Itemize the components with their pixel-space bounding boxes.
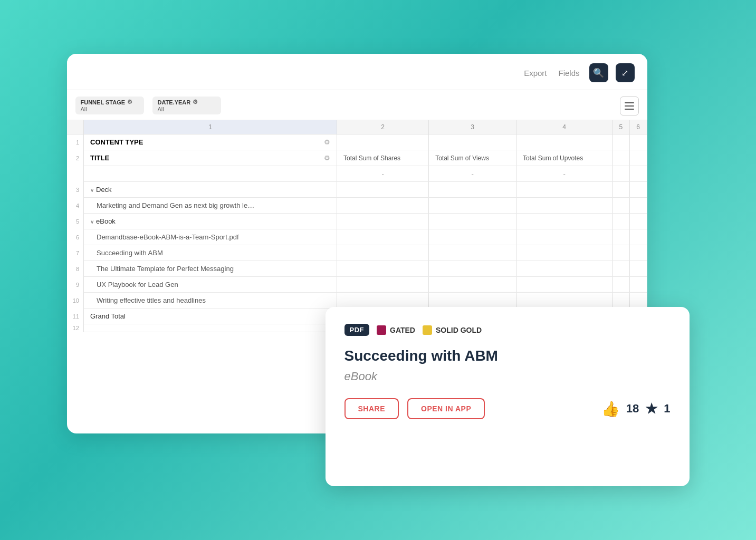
row2-col5 (613, 150, 630, 166)
table-row: 2 TITLE ⚙ Total Sum of Shares Total Sum … (67, 150, 647, 166)
row2-col6 (629, 150, 647, 166)
views-count: 18 (626, 402, 639, 416)
search-icon: 🔍 (593, 68, 604, 79)
popup-subtitle: eBook (344, 370, 671, 383)
open-in-app-button[interactable]: OPEN IN APP (407, 398, 485, 419)
row-5-label: eBook (96, 217, 116, 225)
gated-dot (377, 325, 386, 335)
row1-col2 (337, 134, 429, 150)
menu-button[interactable] (620, 97, 639, 115)
chevron-icon: ∨ (90, 187, 94, 193)
popup-actions: SHARE OPEN IN APP 👍 18 ★ 1 (344, 398, 671, 419)
funnel-stage-filter[interactable]: FUNNEL STAGE ⚙ All (75, 97, 144, 114)
stars-count: 1 (664, 402, 670, 416)
menu-line-1 (625, 102, 634, 103)
date-year-gear-icon: ⚙ (193, 99, 198, 105)
export-button[interactable]: Export (522, 69, 549, 78)
filters-row: FUNNEL STAGE ⚙ All DATE.YEAR ⚙ All (67, 90, 647, 120)
row1-col6 (629, 134, 647, 150)
table-row: 10 Writing effective titles and headline… (67, 293, 647, 308)
row1-col3 (429, 134, 516, 150)
row-num-2: 2 (67, 150, 84, 166)
title-gear-icon: ⚙ (324, 154, 330, 162)
table-row: 1 CONTENT TYPE ⚙ (67, 134, 647, 150)
search-button[interactable]: 🔍 (589, 63, 608, 82)
date-year-label: DATE.YEAR (158, 99, 191, 105)
table-row: 3 ∨Deck (67, 182, 647, 198)
menu-line-2 (625, 105, 634, 107)
table-row: 5 ∨eBook (67, 214, 647, 229)
funnel-stage-label: FUNNEL STAGE (81, 99, 126, 105)
thumbs-up-icon: 👍 (601, 400, 620, 418)
table-row: - - - (67, 166, 647, 182)
star-icon: ★ (645, 401, 657, 417)
solid-gold-tag: SOLID GOLD (423, 325, 482, 335)
content-type-gear-icon: ⚙ (324, 138, 330, 146)
popup-tags: PDF GATED SOLID GOLD (344, 324, 671, 336)
data-table: 1 2 3 4 5 6 1 CONTENT TYPE (67, 120, 647, 332)
col-2-header: 2 (337, 120, 429, 134)
date-year-filter[interactable]: DATE.YEAR ⚙ All (152, 97, 221, 114)
row-3-label: Deck (96, 186, 112, 194)
expand-icon: ⤢ (621, 68, 628, 78)
row-num-1: 1 (67, 134, 84, 150)
col-5-header: 5 (613, 120, 630, 134)
popup-card: PDF GATED SOLID GOLD Succeeding with ABM… (326, 307, 690, 486)
popup-title: Succeeding with ABM (344, 348, 671, 364)
menu-line-3 (625, 109, 634, 110)
gated-tag: GATED (377, 325, 415, 335)
row2-col4: Total Sum of Upvotes (516, 150, 613, 166)
row2-col2: Total Sum of Shares (337, 150, 429, 166)
fields-button[interactable]: Fields (556, 69, 581, 78)
date-year-value: All (158, 106, 216, 112)
pdf-tag: PDF (344, 324, 370, 336)
column-header-row: 1 2 3 4 5 6 (67, 120, 647, 134)
funnel-stage-value: All (81, 106, 139, 112)
table-row: 9 UX Playbook for Lead Gen (67, 277, 647, 293)
solid-gold-dot (423, 325, 432, 335)
col-3-header: 3 (429, 120, 516, 134)
col-1-header: 1 (84, 120, 337, 134)
table-row: 6 Demandbase-eBook-ABM-is-a-Team-Sport.p… (67, 229, 647, 245)
content-type-cell: CONTENT TYPE ⚙ (84, 134, 337, 150)
popup-stats: 👍 18 ★ 1 (601, 400, 671, 418)
table-row: 8 The Ultimate Template for Perfect Mess… (67, 261, 647, 277)
toolbar: Export Fields 🔍 ⤢ (67, 54, 647, 90)
share-button[interactable]: SHARE (344, 398, 399, 419)
chevron-icon: ∨ (90, 219, 94, 225)
title-cell: TITLE ⚙ (84, 150, 337, 166)
expand-button[interactable]: ⤢ (616, 63, 635, 82)
funnel-stage-gear-icon: ⚙ (127, 99, 132, 105)
col-6-header: 6 (629, 120, 647, 134)
row1-col4 (516, 134, 613, 150)
title-label: TITLE (90, 154, 109, 162)
table-row: 7 Succeeding with ABM (67, 245, 647, 261)
row2-col3: Total Sum of Views (429, 150, 516, 166)
content-type-label: CONTENT TYPE (90, 138, 143, 146)
table-row: 4 Marketing and Demand Gen as next big g… (67, 198, 647, 214)
col-4-header: 4 (516, 120, 613, 134)
row1-col5 (613, 134, 630, 150)
